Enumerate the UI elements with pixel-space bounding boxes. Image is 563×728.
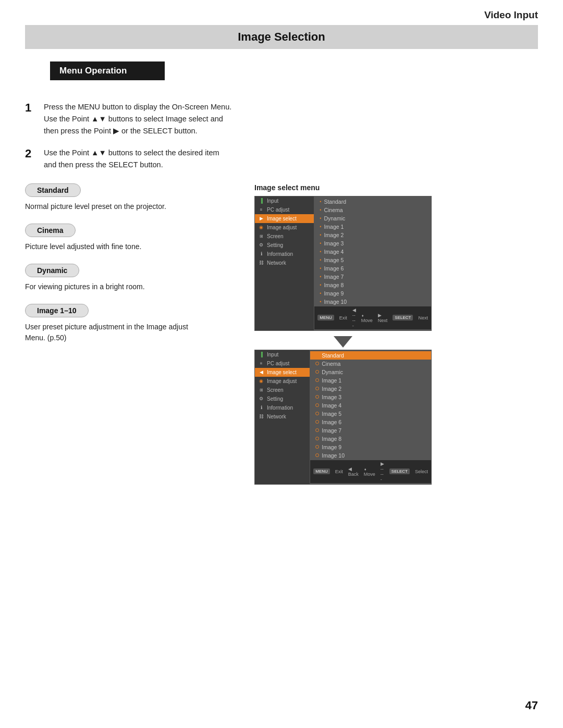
select-key2: SELECT	[389, 468, 410, 474]
bullet-icon: •	[320, 232, 321, 238]
step-2: 2 Use the Point ▲▼ buttons to select the…	[25, 147, 538, 171]
step-1: 1 Press the MENU button to display the O…	[25, 101, 538, 138]
radio-image6	[315, 420, 319, 424]
osd1-right-cinema: • Cinema	[314, 206, 431, 214]
bullet-icon: •	[320, 257, 321, 263]
osd1-exit-label: Exit	[339, 315, 347, 320]
bullet-icon: •	[320, 207, 321, 213]
radio-image2	[315, 387, 319, 390]
osd2-right-dynamic: Dynamic	[310, 368, 431, 376]
osd2-network-label: Network	[267, 414, 286, 419]
osd1-imageadjust-label: Image adjust	[267, 225, 297, 230]
osd1-next-label: Next	[418, 315, 428, 320]
radio-image8	[315, 437, 319, 440]
left-column: Standard Normal picture level preset on …	[25, 183, 249, 490]
osd-menu-1-right: • Standard • Cinema • Dynamic • Image 1 …	[314, 196, 431, 330]
step-1-number: 1	[25, 101, 44, 115]
osd1-right-image1: • Image 1	[314, 223, 431, 231]
pcadjust-icon2: ≡	[258, 361, 264, 366]
radio-image4	[315, 403, 319, 407]
osd2-setting-label: Setting	[267, 396, 283, 402]
radio-image10	[315, 453, 319, 457]
osd2-left-network: ⛓ Network	[255, 412, 310, 421]
osd1-left-network: ⛓ Network	[255, 258, 314, 267]
osd-menu-1: ▐ Input ≡ PC adjust ▶ Image select ◉ Ima…	[254, 196, 432, 331]
radio-cinema	[315, 362, 319, 365]
osd2-right-image2: Image 2	[310, 385, 431, 393]
osd2-left-imageadjust: ◉ Image adjust	[255, 377, 310, 386]
arrow-down-icon	[334, 336, 352, 348]
step-2-text: Use the Point ▲▼ buttons to select the d…	[44, 147, 219, 171]
step-1-text: Press the MENU button to display the On-…	[44, 101, 231, 138]
select-key: SELECT	[393, 315, 413, 320]
osd2-input-label: Input	[267, 352, 278, 357]
osd1-right-image10: • Image 10	[314, 298, 431, 306]
screen-icon: ⊞	[258, 233, 264, 239]
image-1-10-desc: User preset picture adjustment in the Im…	[25, 322, 234, 343]
osd1-input-label: Input	[267, 198, 278, 204]
page-title: Image Selection	[25, 25, 538, 49]
osd1-imageselect-label: Image select	[267, 216, 297, 221]
bullet-icon: •	[320, 241, 321, 246]
osd1-left-imageselect: ▶ Image select	[255, 214, 314, 223]
osd-menu-2-left: ▐ Input ≡ PC adjust ◀ Image select ◉ Ima…	[255, 350, 310, 484]
osd1-right-image3: • Image 3	[314, 239, 431, 248]
osd1-left-screen: ⊞ Screen	[255, 232, 314, 241]
radio-image5	[315, 412, 319, 415]
image-select-menu-label: Image select menu	[254, 183, 538, 192]
osd1-left-pcadjust: ≡ PC adjust	[255, 205, 314, 214]
osd1-left-imageadjust: ◉ Image adjust	[255, 223, 314, 232]
osd1-network-label: Network	[267, 260, 286, 266]
osd2-select-label: Select	[415, 469, 428, 474]
osd2-right-image8: Image 8	[310, 435, 431, 443]
osd-menu-1-left: ▐ Input ≡ PC adjust ▶ Image select ◉ Ima…	[255, 196, 314, 330]
osd2-imageadjust-label: Image adjust	[267, 378, 297, 384]
osd2-right-image3: Image 3	[310, 393, 431, 401]
image-1-10-label: Image 1–10	[25, 304, 89, 317]
osd1-move-icon: ⬧ Move	[361, 313, 373, 323]
osd1-setting-label: Setting	[267, 242, 283, 248]
standard-desc: Normal picture level preset on the proje…	[25, 201, 234, 212]
imageadjust-icon2: ◉	[258, 378, 264, 384]
osd1-bottom-bar: MENU Exit ◀ ----- ⬧ Move ▶ Next SELECT N…	[314, 306, 431, 329]
osd2-bottom-bar: MENU Exit ◀ Back ⬧ Move ▶ ----- SELECT S…	[310, 460, 431, 483]
osd1-information-label: Information	[267, 251, 293, 257]
osd1-pcadjust-label: PC adjust	[267, 207, 289, 213]
cinema-label: Cinema	[25, 224, 76, 237]
section-title: Menu Operation	[50, 61, 165, 80]
right-column: Image select menu ▐ Input ≡ PC adjust ▶ …	[249, 183, 538, 490]
standard-label: Standard	[25, 183, 81, 197]
osd2-information-label: Information	[267, 405, 293, 411]
osd2-right-image9: Image 9	[310, 443, 431, 451]
osd-menu-2-right: Standard Cinema Dynamic Image 1 Image 2 …	[310, 350, 431, 484]
osd1-right-image4: • Image 4	[314, 248, 431, 256]
radio-image7	[315, 428, 319, 432]
bullet-icon: •	[320, 274, 321, 279]
osd2-left-information: ℹ Information	[255, 403, 310, 412]
network-icon: ⛓	[258, 260, 264, 265]
osd1-right-image9: • Image 9	[314, 289, 431, 298]
osd2-right-image6: Image 6	[310, 418, 431, 426]
radio-standard	[315, 353, 319, 357]
bullet-icon: •	[320, 249, 321, 254]
setting-icon2: ⚙	[258, 396, 264, 401]
osd1-right-image5: • Image 5	[314, 256, 431, 264]
bullet-icon: •	[320, 224, 321, 229]
imageadjust-icon: ◉	[258, 225, 264, 230]
information-icon2: ℹ	[258, 405, 264, 410]
screen-icon2: ⊞	[258, 387, 264, 392]
osd2-move-icon: ⬧ Move	[364, 466, 375, 477]
osd1-screen-label: Screen	[267, 233, 284, 239]
osd2-right-image1: Image 1	[310, 376, 431, 385]
page-number: 47	[525, 699, 538, 712]
information-icon: ℹ	[258, 251, 264, 256]
radio-image3	[315, 395, 319, 399]
osd1-back-sep: ◀ -----	[352, 307, 356, 328]
osd1-right-image6: • Image 6	[314, 264, 431, 273]
osd1-right-image2: • Image 2	[314, 231, 431, 239]
osd2-back-sep: ◀ Back	[348, 466, 359, 477]
bullet-icon: •	[320, 216, 321, 221]
osd2-right-image5: Image 5	[310, 410, 431, 418]
bullet-icon: •	[320, 199, 321, 204]
step-2-number: 2	[25, 147, 44, 161]
